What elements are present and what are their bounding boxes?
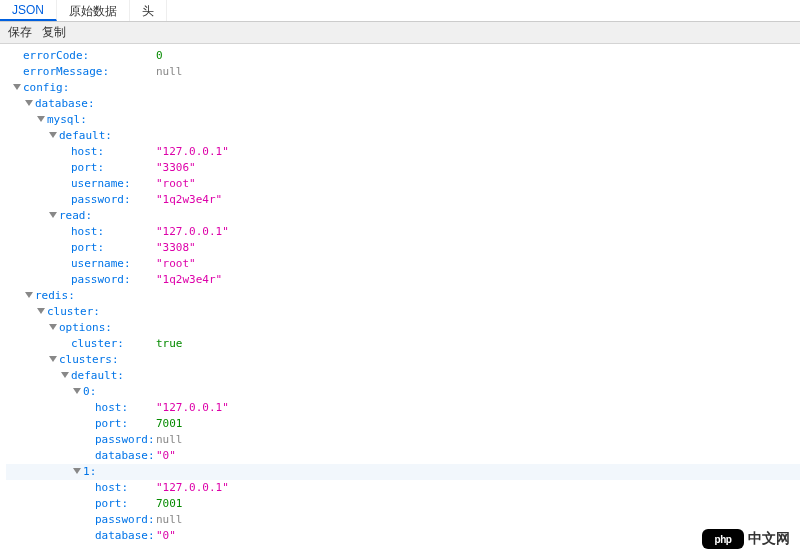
disclosure-triangle-icon[interactable] [48,323,58,333]
json-value: 7001 [156,416,183,432]
disclosure-triangle-icon[interactable] [24,291,34,301]
tree-row[interactable]: password:"1q2w3e4r" [6,272,800,288]
json-key: database [95,528,148,544]
json-key: cluster [47,304,93,320]
json-value: null [156,64,183,80]
json-key: host [71,144,98,160]
disclosure-triangle-icon[interactable] [36,115,46,125]
tree-row[interactable]: port:"3306" [6,160,800,176]
tree-row[interactable]: 1: [6,464,800,480]
tree-row[interactable]: host:"127.0.0.1" [6,144,800,160]
json-key: database [35,96,88,112]
tab-head[interactable]: 头 [130,0,167,21]
json-key: errorCode [23,48,83,64]
json-key: database [95,448,148,464]
disclosure-triangle-icon[interactable] [36,307,46,317]
json-value: "3306" [156,160,196,176]
json-key: username [71,176,124,192]
json-key: host [95,480,122,496]
disclosure-triangle-icon[interactable] [24,99,34,109]
tree-row[interactable]: username:"root" [6,176,800,192]
tree-row[interactable]: default: [6,128,800,144]
tree-row[interactable]: database: [6,96,800,112]
json-key: username [71,256,124,272]
json-key: host [71,224,98,240]
tree-row[interactable]: read: [6,208,800,224]
toolbar: 保存 复制 [0,22,800,44]
json-key: read [59,208,86,224]
copy-button[interactable]: 复制 [42,24,66,41]
disclosure-triangle-icon[interactable] [72,467,82,477]
tree-row[interactable]: 0: [6,384,800,400]
tree-row[interactable]: host:"127.0.0.1" [6,400,800,416]
disclosure-triangle-icon[interactable] [48,131,58,141]
tree-row[interactable]: username:"root" [6,256,800,272]
json-key: host [95,400,122,416]
json-key: cluster [71,336,117,352]
json-value: "3308" [156,240,196,256]
json-value: null [156,432,183,448]
tree-row[interactable]: cluster:true [6,336,800,352]
disclosure-triangle-icon[interactable] [60,371,70,381]
disclosure-triangle-icon[interactable] [48,211,58,221]
tab-bar: JSON 原始数据 头 [0,0,800,22]
json-value: true [156,336,183,352]
json-key: password [95,512,148,528]
tree-row[interactable]: config: [6,80,800,96]
tree-row[interactable]: mysql: [6,112,800,128]
tree-row[interactable]: redis: [6,288,800,304]
tree-row[interactable]: database:"0" [6,448,800,464]
json-tree: errorCode:0errorMessage:nullconfig:datab… [0,44,800,544]
json-value: "0" [156,528,176,544]
json-key: port [95,416,122,432]
json-value: null [156,512,183,528]
json-key: clusters [59,352,112,368]
watermark-logo: php [702,529,744,549]
tree-row[interactable]: port:7001 [6,416,800,432]
json-key: options [59,320,105,336]
json-key: default [71,368,117,384]
tree-row[interactable]: host:"127.0.0.1" [6,480,800,496]
json-key: redis [35,288,68,304]
tree-row[interactable]: options: [6,320,800,336]
json-value: "127.0.0.1" [156,480,229,496]
tree-row[interactable]: port:7001 [6,496,800,512]
json-key: config [23,80,63,96]
tree-row[interactable]: host:"127.0.0.1" [6,224,800,240]
tree-row[interactable]: clusters: [6,352,800,368]
tree-row[interactable]: errorCode:0 [6,48,800,64]
tree-row[interactable]: password:"1q2w3e4r" [6,192,800,208]
disclosure-triangle-icon[interactable] [48,355,58,365]
json-key: mysql [47,112,80,128]
json-key: password [71,272,124,288]
json-value: "0" [156,448,176,464]
tab-raw[interactable]: 原始数据 [57,0,130,21]
tree-row[interactable]: password:null [6,432,800,448]
watermark: php 中文网 [702,529,790,549]
tree-row[interactable]: cluster: [6,304,800,320]
json-key: errorMessage [23,64,102,80]
json-value: "127.0.0.1" [156,400,229,416]
tree-row[interactable]: database:"0" [6,528,800,544]
json-key: 0 [83,384,90,400]
json-key: port [71,160,98,176]
tree-row[interactable]: default: [6,368,800,384]
json-key: port [71,240,98,256]
json-value: "127.0.0.1" [156,224,229,240]
json-key: default [59,128,105,144]
json-value: "1q2w3e4r" [156,192,222,208]
watermark-text: 中文网 [748,530,790,548]
json-value: "root" [156,256,196,272]
json-value: "1q2w3e4r" [156,272,222,288]
tree-row[interactable]: password:null [6,512,800,528]
json-key: 1 [83,464,90,480]
tab-json[interactable]: JSON [0,0,57,21]
disclosure-triangle-icon[interactable] [72,387,82,397]
disclosure-triangle-icon[interactable] [12,83,22,93]
save-button[interactable]: 保存 [8,24,32,41]
tree-row[interactable]: port:"3308" [6,240,800,256]
tree-row[interactable]: errorMessage:null [6,64,800,80]
json-value: 7001 [156,496,183,512]
json-value: "127.0.0.1" [156,144,229,160]
json-value: 0 [156,48,163,64]
